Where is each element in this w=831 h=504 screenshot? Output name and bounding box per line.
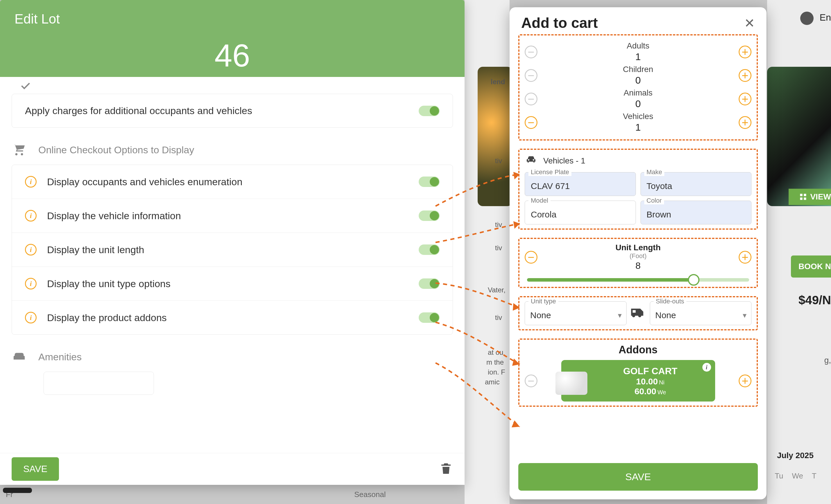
save-button[interactable]: SAVE: [11, 457, 59, 481]
children-minus[interactable]: −: [525, 69, 538, 82]
couch-icon: [11, 349, 27, 364]
cut-tiv: tiv: [495, 157, 502, 165]
vehicle-header: Vehicles - 1: [543, 156, 585, 166]
children-label: Children: [538, 65, 739, 74]
cut-g: g,: [824, 356, 831, 365]
unit-length-unit: (Foot): [541, 252, 735, 260]
slide-outs-select[interactable]: Slide-outs None ▾: [650, 301, 752, 325]
addon-price-2: 60.00: [634, 386, 656, 396]
cart-save-button[interactable]: SAVE: [518, 463, 758, 491]
edit-lot-panel: Edit Lot 46 Apply charges for additional…: [0, 0, 464, 485]
animals-minus[interactable]: −: [525, 93, 538, 106]
cut-amic: amic: [485, 378, 500, 386]
addon-plus[interactable]: +: [739, 375, 751, 387]
unit-length-slider[interactable]: [527, 278, 749, 281]
unit-type-label: Unit type: [528, 298, 558, 305]
opt-addons-toggle[interactable]: [419, 313, 439, 323]
license-plate-value: CLAV 671: [531, 181, 570, 191]
golf-cart-image: [555, 372, 588, 395]
vehicles-label: Vehicles: [538, 112, 739, 121]
language-label[interactable]: En: [820, 12, 831, 23]
chevron-down-icon: ▾: [743, 311, 746, 320]
grid-icon: [799, 193, 807, 201]
license-plate-label: License Plate: [528, 168, 571, 176]
unit-type-select[interactable]: Unit type None ▾: [525, 301, 627, 325]
animals-value: 0: [538, 98, 739, 110]
animals-plus[interactable]: +: [739, 93, 751, 106]
cut-tiv-4: tiv: [495, 314, 502, 322]
user-avatar-icon[interactable]: [800, 11, 813, 25]
opt-type-toggle[interactable]: [419, 278, 439, 289]
checkmark-icon: [20, 83, 31, 90]
drag-handle[interactable]: [3, 488, 32, 493]
make-value: Toyota: [647, 181, 672, 191]
addon-unit-1: Ni: [659, 379, 665, 386]
license-plate-field[interactable]: License Plate CLAV 671: [525, 172, 636, 196]
trash-icon[interactable]: [439, 462, 453, 477]
unit-length-value: 8: [541, 260, 735, 271]
vehicles-value: 1: [538, 122, 739, 133]
cut-at: at ou: [488, 348, 503, 357]
amenities-card-stub: [44, 372, 154, 395]
color-label: Color: [644, 197, 664, 204]
opt-enum-toggle[interactable]: [419, 177, 439, 187]
model-value: Corola: [531, 210, 556, 219]
rv-icon: [630, 306, 646, 320]
unit-type-value: None: [530, 310, 551, 320]
length-minus[interactable]: −: [525, 251, 538, 264]
car-icon: [525, 154, 538, 168]
color-value: Brown: [647, 210, 671, 219]
slide-outs-value: None: [655, 310, 676, 320]
svg-rect-1: [804, 194, 806, 196]
opt-type-label: Display the unit type options: [47, 278, 419, 290]
lot-number: 46: [15, 37, 450, 74]
addon-name: GOLF CART: [596, 366, 705, 377]
forest-thumbnail: [767, 67, 831, 206]
animals-label: Animals: [538, 88, 739, 97]
svg-rect-0: [800, 194, 803, 196]
slider-thumb[interactable]: [688, 274, 699, 286]
color-field[interactable]: Color Brown: [640, 201, 752, 225]
view-button[interactable]: VIEW: [789, 189, 831, 205]
make-label: Make: [644, 168, 665, 176]
cart-title: Add to cart: [521, 14, 598, 31]
make-field[interactable]: Make Toyota: [640, 172, 752, 196]
vehicles-minus[interactable]: −: [525, 116, 538, 129]
addons-title: Addons: [525, 344, 751, 356]
info-icon[interactable]: i: [703, 363, 711, 372]
opt-vehicle-toggle[interactable]: [419, 210, 439, 221]
price-label: $49/N: [799, 293, 831, 307]
opt-enum-label: Display occupants and vehicles enumerati…: [47, 176, 419, 187]
opt-addons-label: Display the product addons: [47, 312, 419, 323]
children-plus[interactable]: +: [739, 69, 751, 82]
vehicles-plus[interactable]: +: [739, 116, 751, 129]
counters-group: − Adults 1 + − Children 0 + − Animals: [518, 34, 758, 141]
children-value: 0: [538, 75, 739, 86]
cut-water: Vater,: [488, 286, 506, 294]
model-field[interactable]: Model Corola: [525, 201, 636, 225]
chevron-down-icon: ▾: [618, 311, 622, 320]
info-icon: i: [25, 244, 36, 256]
model-label: Model: [528, 197, 550, 204]
view-label: VIEW: [810, 192, 831, 202]
add-to-cart-panel: Add to cart ✕ − Adults 1 + − Children 0 …: [510, 7, 767, 499]
apply-charges-toggle[interactable]: [419, 106, 439, 116]
opt-length-toggle[interactable]: [419, 244, 439, 255]
calendar-month: July 2025: [777, 451, 813, 460]
apply-charges-label: Apply charges for additional occupants a…: [25, 105, 419, 116]
adults-plus[interactable]: +: [739, 46, 751, 58]
addon-unit-2: We: [657, 389, 666, 395]
close-icon[interactable]: ✕: [744, 16, 755, 30]
addon-minus[interactable]: −: [525, 375, 538, 387]
adults-minus[interactable]: −: [525, 46, 538, 58]
opt-vehicle-label: Display the vehicle information: [47, 210, 419, 221]
slide-outs-label: Slide-outs: [654, 298, 687, 305]
addon-card[interactable]: i GOLF CART 10.00Ni 60.00We: [561, 360, 715, 402]
book-now-button[interactable]: BOOK N: [791, 256, 831, 277]
unit-length-group: − Unit Length (Foot) 8 +: [518, 238, 758, 288]
cut-m: m the: [486, 358, 504, 366]
unit-length-title: Unit Length: [541, 243, 735, 252]
length-plus[interactable]: +: [739, 251, 751, 264]
adults-label: Adults: [538, 41, 739, 51]
adults-value: 1: [538, 51, 739, 62]
